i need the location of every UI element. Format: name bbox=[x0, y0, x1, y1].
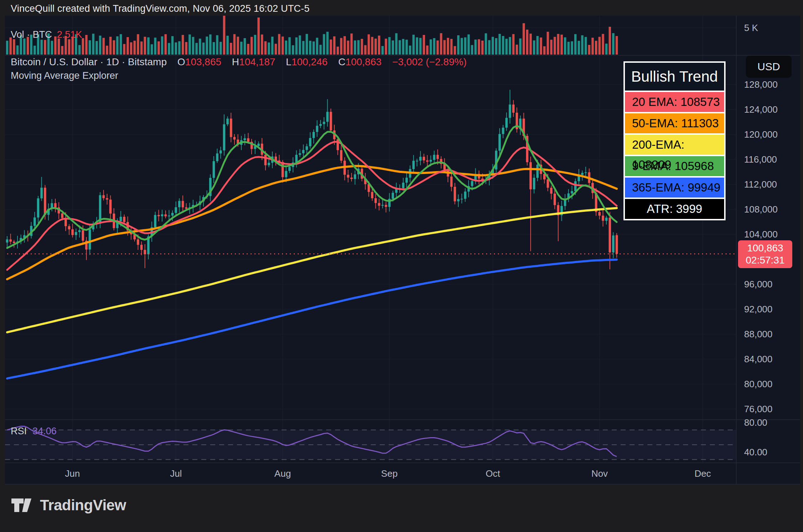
low-value: 100,246 bbox=[292, 56, 328, 67]
rsi-axis-label: 80.00 bbox=[744, 417, 767, 428]
high-value: 104,187 bbox=[239, 56, 275, 67]
tradingview-screenshot: VinceQuill created with TradingView.com,… bbox=[0, 0, 803, 532]
rsi-value: 34.06 bbox=[32, 426, 57, 436]
exchange-label[interactable]: Bitstamp bbox=[128, 56, 167, 67]
separator: · bbox=[122, 56, 125, 67]
symbol-title-row: Bitcoin / U.S. Dollar · 1D · Bitstamp O1… bbox=[11, 56, 466, 68]
volume-axis-label: 5 K bbox=[744, 22, 758, 33]
ma-legend-box: Bullish Trend 20 EMA: 10857350-EMA: 1113… bbox=[623, 61, 726, 220]
price-axis-label: 92,000 bbox=[744, 304, 773, 314]
rsi-axis-label: 40.00 bbox=[744, 447, 767, 457]
month-label-jun: Jun bbox=[65, 468, 80, 479]
close-label: C100,863 bbox=[338, 56, 382, 67]
symbol-name[interactable]: Bitcoin / U.S. Dollar bbox=[11, 56, 97, 67]
price-axis-label: 80,000 bbox=[744, 379, 773, 389]
legend-row: 365-EMA: 99949 bbox=[625, 178, 724, 198]
price-axis-label: 128,000 bbox=[744, 79, 778, 90]
currency-toggle-button[interactable]: USD bbox=[746, 56, 792, 78]
rsi-legend[interactable]: RSI34.06 bbox=[11, 426, 57, 437]
indicator-name[interactable]: Moving Average Explorer bbox=[11, 70, 118, 81]
tradingview-logo[interactable]: TradingView bbox=[11, 496, 126, 514]
price-axis-label: 76,000 bbox=[744, 404, 773, 414]
open-value: 103,865 bbox=[185, 56, 221, 67]
change-value: −3,002 (−2.89%) bbox=[392, 56, 467, 67]
volume-label: Vol · BTC bbox=[11, 29, 52, 40]
rsi-label: RSI bbox=[11, 426, 27, 436]
credit-text: VinceQuill created with TradingView.com,… bbox=[11, 3, 309, 14]
price-axis-label: 116,000 bbox=[744, 154, 777, 165]
legend-row: 200-EMA: 108209 bbox=[625, 135, 724, 155]
legend-row: 20 EMA: 108573 bbox=[625, 92, 724, 112]
legend-row: 50-EMA: 111303 bbox=[625, 113, 724, 133]
interval-label[interactable]: 1D bbox=[106, 56, 119, 67]
legend-row: ATR: 3999 bbox=[625, 199, 724, 219]
trend-label: Bullish Trend bbox=[625, 63, 724, 91]
volume-value: 2.51K bbox=[57, 29, 82, 40]
legend-row: 9-EMA: 105968 bbox=[625, 156, 724, 176]
month-label-dec: Dec bbox=[695, 468, 711, 479]
month-label-jul: Jul bbox=[170, 468, 182, 479]
high-label: H104,187 bbox=[232, 56, 275, 67]
line-20-EMA bbox=[7, 142, 617, 270]
month-label-sep: Sep bbox=[381, 468, 398, 479]
tradingview-logo-icon bbox=[11, 496, 34, 514]
badge-price: 100,863 bbox=[738, 242, 792, 254]
volume-legend[interactable]: Vol · BTC2.51K bbox=[11, 29, 82, 40]
close-value: 100,863 bbox=[345, 56, 382, 67]
month-label-nov: Nov bbox=[591, 468, 608, 479]
month-label-oct: Oct bbox=[486, 468, 500, 479]
price-axis-label: 88,000 bbox=[744, 329, 773, 339]
open-label: O103,865 bbox=[177, 56, 221, 67]
price-axis-label: 96,000 bbox=[744, 279, 773, 290]
line-9-EMA bbox=[7, 126, 617, 248]
low-label: L100,246 bbox=[286, 56, 328, 67]
month-label-aug: Aug bbox=[274, 468, 291, 479]
price-axis-label: 124,000 bbox=[744, 104, 778, 115]
line-365-EMA bbox=[7, 260, 617, 378]
badge-countdown: 02:57:31 bbox=[738, 254, 792, 266]
separator: · bbox=[100, 56, 103, 67]
current-price-badge: 100,863 02:57:31 bbox=[738, 240, 792, 268]
price-axis-label: 108,000 bbox=[744, 204, 778, 215]
tradingview-logo-text: TradingView bbox=[40, 497, 126, 514]
price-axis-label: 84,000 bbox=[744, 354, 773, 364]
line-200-EMA bbox=[7, 208, 617, 332]
price-axis-label: 112,000 bbox=[744, 179, 777, 190]
price-axis-label: 120,000 bbox=[744, 129, 778, 140]
price-axis-label: 104,000 bbox=[744, 229, 778, 240]
